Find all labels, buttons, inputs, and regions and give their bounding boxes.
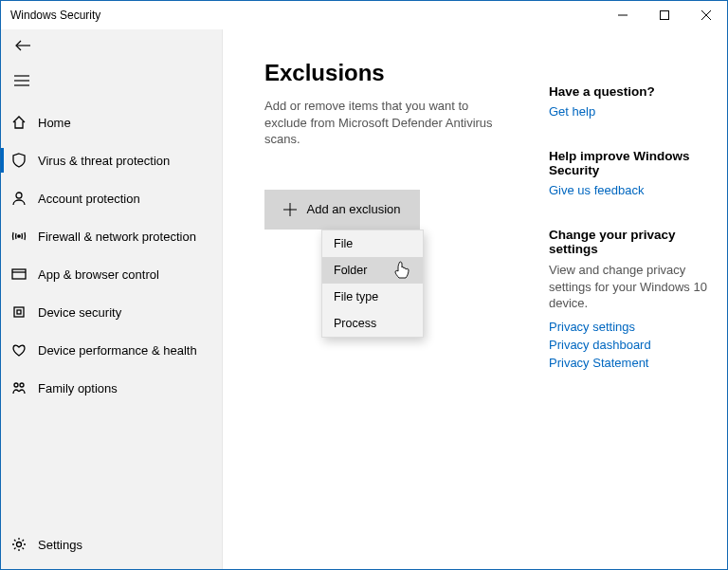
window-icon [11,267,38,282]
svg-point-9 [18,235,20,237]
home-icon [11,115,38,130]
nav-label: Account protection [38,192,140,206]
svg-rect-1 [661,11,669,20]
nav-label: Device performance & health [38,343,197,358]
nav-settings[interactable]: Settings [1,525,222,563]
nav-label: Settings [38,538,82,552]
nav-account-protection[interactable]: Account protection [1,179,222,217]
gear-icon [11,537,38,552]
dropdown-item-process[interactable]: Process [322,310,423,337]
dropdown-item-file[interactable]: File [322,230,423,257]
nav-app-browser[interactable]: App & browser control [1,255,222,293]
antenna-icon [11,229,38,244]
sidebar: Home Virus & threat protection Account p… [1,29,223,569]
privacy-dashboard-link[interactable]: Privacy dashboard [549,338,708,352]
maximize-button[interactable] [644,1,685,29]
menu-button[interactable] [1,67,222,96]
close-button[interactable] [685,1,727,29]
add-exclusion-button[interactable]: Add an exclusion [264,190,420,230]
svg-point-14 [14,383,18,387]
nav-label: Virus & threat protection [38,154,170,168]
nav-label: App & browser control [38,267,159,282]
heart-icon [11,342,38,358]
exclusion-type-dropdown: File Folder File type Process [321,230,424,338]
privacy-title: Change your privacy settings [549,228,708,256]
svg-point-16 [17,542,22,547]
nav-label: Family options [38,381,118,395]
plus-icon [283,203,297,216]
nav-home[interactable]: Home [1,103,222,141]
privacy-statement-link[interactable]: Privacy Statement [549,356,708,370]
family-icon [11,380,38,395]
nav-label: Device security [38,305,121,320]
add-exclusion-label: Add an exclusion [306,202,400,216]
nav-family-options[interactable]: Family options [1,369,222,407]
right-column: Have a question? Get help Help improve W… [511,46,708,569]
nav-virus-threat[interactable]: Virus & threat protection [1,141,222,179]
nav-label: Home [38,116,71,130]
get-help-link[interactable]: Get help [549,104,708,119]
dropdown-item-folder[interactable]: Folder [322,257,423,284]
page-heading: Exclusions [264,60,511,86]
shield-icon [11,153,38,168]
person-icon [11,191,38,206]
app-window: Windows Security [0,0,728,570]
dropdown-item-filetype[interactable]: File type [322,284,423,310]
svg-rect-12 [14,307,24,317]
nav-label: Firewall & network protection [38,230,196,244]
nav-device-security[interactable]: Device security [1,293,222,331]
privacy-settings-link[interactable]: Privacy settings [549,320,708,334]
svg-point-15 [20,383,24,387]
nav-device-performance[interactable]: Device performance & health [1,331,222,369]
back-button[interactable] [1,29,222,67]
privacy-desc: View and change privacy settings for you… [549,262,708,312]
cursor-icon [394,261,410,280]
svg-rect-13 [17,310,21,314]
titlebar: Windows Security [1,1,727,29]
window-title: Windows Security [10,9,100,22]
feedback-link[interactable]: Give us feedback [549,183,708,197]
svg-point-8 [16,193,22,198]
svg-rect-10 [12,269,26,279]
nav-firewall[interactable]: Firewall & network protection [1,217,222,255]
page-description: Add or remove items that you want to exc… [264,98,501,148]
improve-title: Help improve Windows Security [549,149,708,177]
minimize-button[interactable] [602,1,644,29]
question-title: Have a question? [549,84,708,99]
chip-icon [11,304,38,320]
main-content: Exclusions Add or remove items that you … [264,46,511,569]
